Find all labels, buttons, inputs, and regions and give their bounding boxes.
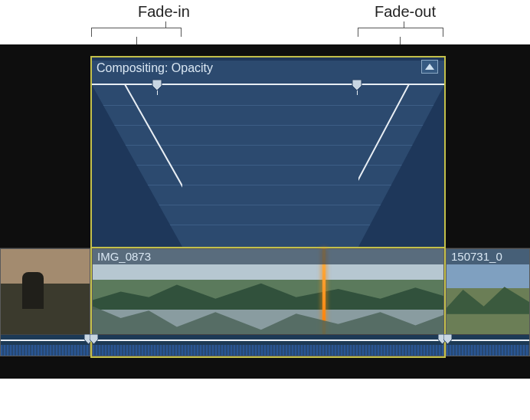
- clip-audio-lane[interactable]: [1, 334, 90, 356]
- audio-fade-in-handle-icon[interactable]: [90, 333, 98, 343]
- fade-in-curve: [92, 85, 182, 247]
- audio-waveform: [447, 345, 529, 356]
- clip-audio-lane[interactable]: [447, 334, 529, 356]
- callout-leader-line: [404, 21, 404, 28]
- animation-header: Compositing: Opacity: [92, 57, 444, 79]
- callout-fade-out: Fade-out: [375, 3, 436, 21]
- timeline-clip-left-neighbor[interactable]: [0, 248, 90, 356]
- callout-fade-in: Fade-in: [138, 3, 190, 21]
- animation-title: Compositing: Opacity: [97, 61, 213, 75]
- animation-menu-icon[interactable]: [421, 60, 438, 74]
- fade-out-handle-icon[interactable]: [352, 79, 362, 91]
- audio-waveform: [1, 345, 90, 356]
- callout-labels: Fade-in Fade-out: [0, 3, 530, 48]
- bracket-fade-in: [91, 28, 182, 37]
- page-background: [0, 379, 530, 420]
- clip-audio-lane[interactable]: [93, 334, 443, 356]
- audio-fade-handle-icon[interactable]: [443, 333, 452, 343]
- clip-name-label: 150731_0: [447, 249, 529, 264]
- fade-in-handle-icon[interactable]: [152, 79, 162, 91]
- audio-level-line[interactable]: [447, 340, 529, 341]
- clip-thumbnail: [1, 249, 90, 336]
- audio-level-line[interactable]: [1, 340, 90, 341]
- fade-out-curve: [358, 85, 444, 247]
- clip-name-label: IMG_0873: [93, 249, 443, 264]
- opacity-level-line[interactable]: [92, 84, 444, 85]
- audio-level-line[interactable]: [93, 340, 443, 341]
- callout-leader-line: [165, 21, 166, 28]
- timeline-clip-selected[interactable]: IMG_0873: [92, 248, 444, 356]
- video-animation-editor[interactable]: Compositing: Opacity: [92, 57, 444, 247]
- svg-marker-0: [425, 64, 434, 70]
- bracket-fade-out: [358, 28, 443, 37]
- audio-waveform: [93, 345, 443, 356]
- timeline-clip-right-neighbor[interactable]: 150731_0: [446, 248, 530, 356]
- animation-body[interactable]: [92, 79, 444, 247]
